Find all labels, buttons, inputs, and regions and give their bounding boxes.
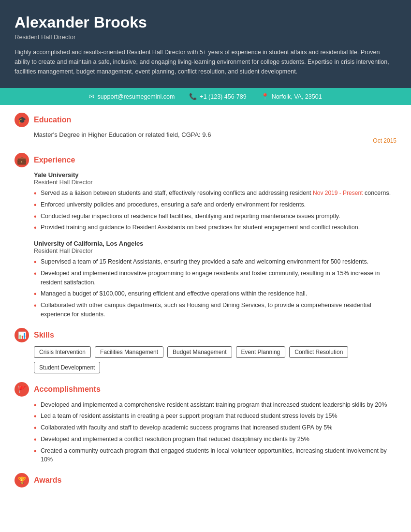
skills-header: 📊 Skills xyxy=(15,328,396,342)
job-title-ucla: Resident Hall Director xyxy=(34,248,396,254)
accomplishments-header: 🚩 Accomplishments xyxy=(15,382,396,397)
candidate-name: Alexander Brooks xyxy=(15,14,396,31)
experience-icon: 💼 xyxy=(15,153,29,167)
education-entry: Master's Degree in Higher Education or r… xyxy=(15,131,396,144)
accomplishments-section: 🚩 Accomplishments Developed and implemen… xyxy=(15,382,396,465)
skill-badge: Conflict Resolution xyxy=(289,346,348,358)
job-title-yale: Resident Hall Director xyxy=(34,179,396,186)
list-item: Developed and implemented a conflict res… xyxy=(34,435,396,444)
education-title: Education xyxy=(34,116,71,124)
skill-badge: Student Development xyxy=(34,362,100,373)
email-icon: ✉ xyxy=(89,93,94,100)
experience-block-ucla: University of California, Los Angeles Re… xyxy=(15,240,396,319)
yale-bullet-list: Served as a liaison between students and… xyxy=(34,189,396,232)
education-date: Oct 2015 xyxy=(34,137,396,144)
skills-icon: 📊 xyxy=(15,328,29,342)
education-icon: 🎓 xyxy=(15,113,29,127)
list-item: Conducted regular inspections of residen… xyxy=(34,212,396,221)
list-item: Managed a budget of $100,000, ensuring e… xyxy=(34,289,396,298)
experience-section: 💼 Experience Yale University Resident Ha… xyxy=(15,153,396,319)
list-item: Developed and implemented a comprehensiv… xyxy=(34,400,396,410)
email-text: support@resumegemini.com xyxy=(97,93,175,100)
location-text: Norfolk, VA, 23501 xyxy=(272,93,322,100)
accomplishments-title: Accomplishments xyxy=(34,385,101,394)
candidate-summary: Highly accomplished and results-oriented… xyxy=(15,47,396,76)
company-name-yale: Yale University xyxy=(34,171,396,178)
skills-title: Skills xyxy=(34,331,54,340)
phone-icon: 📞 xyxy=(189,93,197,100)
experience-title: Experience xyxy=(34,156,75,164)
list-item: Developed and implemented innovative pro… xyxy=(34,269,396,287)
skill-badge: Event Planning xyxy=(236,346,286,358)
company-name-ucla: University of California, Los Angeles xyxy=(34,240,396,247)
date-inline: Nov 2019 - Present xyxy=(313,190,363,196)
education-section: 🎓 Education Master's Degree in Higher Ed… xyxy=(15,113,396,144)
resume-header: Alexander Brooks Resident Hall Director … xyxy=(0,0,411,88)
list-item: Led a team of resident assistants in cre… xyxy=(34,412,396,421)
phone-text: +1 (123) 456-789 xyxy=(200,93,246,100)
education-header: 🎓 Education xyxy=(15,113,396,127)
experience-block-yale: Yale University Resident Hall Director S… xyxy=(15,171,396,232)
contact-location: 📍 Norfolk, VA, 23501 xyxy=(261,93,322,100)
skill-badge: Facilities Management xyxy=(95,346,163,358)
main-content: 🎓 Education Master's Degree in Higher Ed… xyxy=(0,105,411,502)
awards-header: 🏆 Awards xyxy=(15,473,396,488)
location-icon: 📍 xyxy=(261,93,269,100)
list-item: Enforced university policies and procedu… xyxy=(34,200,396,209)
accomplishments-list: Developed and implemented a comprehensiv… xyxy=(15,400,396,465)
ucla-bullet-list: Supervised a team of 15 Resident Assista… xyxy=(34,257,396,319)
list-item: Provided training and guidance to Reside… xyxy=(34,223,396,232)
awards-title: Awards xyxy=(34,476,62,485)
list-item: Collaborated with other campus departmen… xyxy=(34,301,396,319)
skills-section: 📊 Skills Crisis Intervention Facilities … xyxy=(15,328,396,373)
accomplishments-icon: 🚩 xyxy=(15,382,29,397)
accomplishments-bullet-list: Developed and implemented a comprehensiv… xyxy=(34,400,396,465)
contact-bar: ✉ support@resumegemini.com 📞 +1 (123) 45… xyxy=(0,88,411,105)
awards-icon: 🏆 xyxy=(15,473,29,488)
list-item: Supervised a team of 15 Resident Assista… xyxy=(34,257,396,266)
experience-header: 💼 Experience xyxy=(15,153,396,167)
list-item: Collaborated with faculty and staff to d… xyxy=(34,423,396,432)
skills-container: Crisis Intervention Facilities Managemen… xyxy=(15,346,396,373)
contact-email: ✉ support@resumegemini.com xyxy=(89,93,175,100)
awards-section: 🏆 Awards xyxy=(15,473,396,488)
contact-phone: 📞 +1 (123) 456-789 xyxy=(189,93,246,100)
list-item: Created a community outreach program tha… xyxy=(34,446,396,465)
skill-badge: Crisis Intervention xyxy=(34,346,91,358)
list-item: Served as a liaison between students and… xyxy=(34,189,396,198)
skill-badge: Budget Management xyxy=(167,346,232,358)
candidate-title: Resident Hall Director xyxy=(15,33,396,41)
